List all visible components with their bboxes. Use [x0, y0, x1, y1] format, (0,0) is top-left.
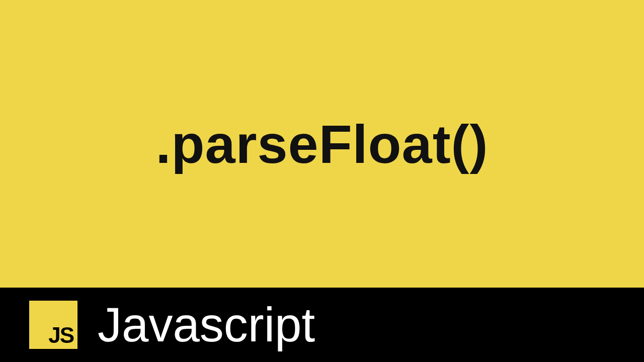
js-logo: JS: [29, 301, 77, 349]
title-card: .parseFloat() JS Javascript: [0, 0, 644, 362]
language-label: Javascript: [98, 301, 315, 349]
method-name: .parseFloat(): [155, 113, 488, 175]
top-panel: .parseFloat(): [0, 0, 644, 288]
footer-bar: JS Javascript: [0, 288, 644, 362]
js-logo-text: JS: [48, 323, 73, 348]
